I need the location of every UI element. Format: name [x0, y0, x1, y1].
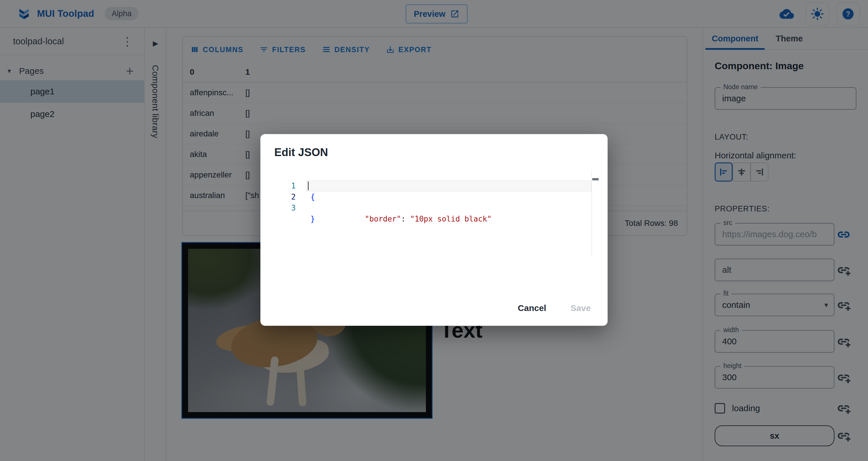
dialog-title: Edit JSON: [274, 146, 328, 159]
code-line-1: 1 {: [260, 169, 608, 180]
code-indent: [356, 214, 365, 223]
code-token: }: [310, 213, 315, 224]
code-key: "border": [365, 214, 401, 223]
edit-json-dialog: Edit JSON 1 { 2 "border": "10px solid bl…: [260, 134, 608, 326]
code-colon: :: [401, 214, 410, 223]
code-line-3: 3 }: [260, 192, 608, 202]
editor-minimap: [591, 169, 599, 256]
save-button[interactable]: Save: [568, 299, 594, 317]
line-number: 3: [260, 202, 296, 213]
minimap-code-mark: [592, 178, 599, 180]
cancel-button[interactable]: Cancel: [515, 299, 549, 317]
code-value: "10px solid black": [410, 214, 492, 223]
dialog-actions: Cancel Save: [515, 299, 594, 317]
json-code-editor[interactable]: 1 { 2 "border": "10px solid black" 3 }: [260, 169, 608, 291]
toolpad-app: MUI Toolpad Alpha Preview: [0, 0, 868, 461]
code-line-2: 2 "border": "10px solid black": [260, 180, 608, 192]
